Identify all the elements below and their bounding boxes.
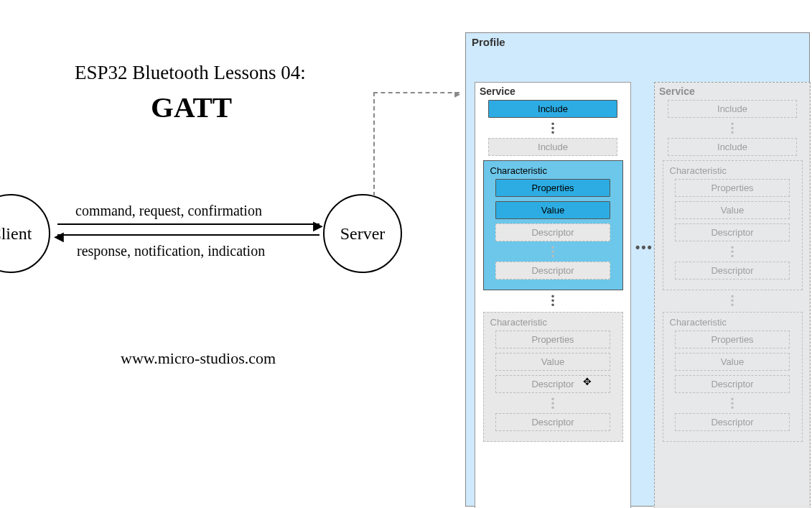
vdots-icon: ••• [487, 397, 619, 410]
vdots-icon: ••• [659, 295, 806, 308]
lesson-heading: GATT [151, 90, 232, 124]
properties-active: Properties [495, 179, 610, 197]
descriptor-ghost: Descriptor [675, 223, 790, 241]
vdots-icon: ••• [667, 397, 798, 410]
characteristic-ghost: Characteristic Properties Value Descript… [663, 160, 803, 290]
client-label: Client [0, 224, 32, 244]
include-ghost: Include [488, 138, 617, 156]
profile-box: Profile ••• Service Include ••• Include … [465, 32, 810, 507]
profile-label: Profile [472, 36, 505, 48]
include-active: Include [488, 100, 617, 118]
value-ghost: Value [675, 201, 790, 219]
descriptor-ghost: Descriptor [675, 375, 790, 393]
characteristic-ghost-label: Characteristic [670, 317, 798, 328]
value-active: Value [495, 201, 610, 219]
ellipsis-services: ••• [635, 240, 653, 255]
client-node: Client [0, 194, 50, 273]
service-active-label: Service [480, 86, 626, 97]
characteristic-active: Characteristic Properties Value Descript… [483, 160, 623, 290]
descriptor-ghost: Descriptor [495, 375, 610, 393]
service-ghost-label: Service [659, 86, 806, 97]
vdots-icon: ••• [480, 122, 626, 135]
vdots-icon: ••• [487, 246, 619, 259]
characteristic-ghost: Characteristic Properties Value Descript… [663, 312, 803, 442]
vdots-icon: ••• [659, 122, 806, 135]
arrow-to-client-line [57, 234, 319, 236]
properties-ghost: Properties [495, 331, 610, 348]
connector-arrowhead: ▸ [454, 87, 460, 101]
properties-ghost: Properties [675, 179, 790, 197]
characteristic-ghost-label: Characteristic [670, 165, 798, 176]
service-ghost: Service Include ••• Include Characterist… [654, 82, 811, 508]
arrow-to-client-label: response, notification, indication [77, 243, 265, 259]
lesson-title: ESP32 Bluetooth Lessons 04: [75, 62, 306, 84]
arrow-right-head: ▶ [313, 218, 323, 234]
descriptor-ghost: Descriptor [495, 262, 610, 280]
arrow-to-server-label: command, request, confirmation [75, 203, 262, 219]
arrow-to-server-line [57, 223, 319, 225]
descriptor-ghost: Descriptor [675, 413, 790, 431]
descriptor-ghost: Descriptor [495, 413, 610, 431]
value-ghost: Value [675, 353, 790, 371]
website-url: www.micro-studios.com [121, 349, 276, 368]
server-label: Server [340, 224, 386, 244]
descriptor-ghost: Descriptor [675, 262, 790, 280]
properties-ghost: Properties [675, 331, 790, 348]
include-ghost: Include [668, 138, 797, 156]
descriptor-ghost: Descriptor [495, 223, 610, 241]
service-active: Service Include ••• Include Characterist… [475, 82, 631, 508]
characteristic-ghost: Characteristic Properties Value Descript… [483, 312, 623, 442]
move-cursor-icon: ✥ [583, 376, 592, 387]
value-ghost: Value [495, 353, 610, 371]
characteristic-ghost-label: Characteristic [490, 317, 619, 328]
include-ghost: Include [668, 100, 797, 118]
vdots-icon: ••• [480, 295, 626, 308]
characteristic-active-label: Characteristic [490, 165, 619, 176]
connector-vertical [373, 92, 375, 196]
arrow-left-head: ◀ [54, 228, 64, 244]
server-node: Server [323, 194, 402, 273]
vdots-icon: ••• [667, 246, 798, 259]
connector-horizontal [373, 92, 459, 93]
